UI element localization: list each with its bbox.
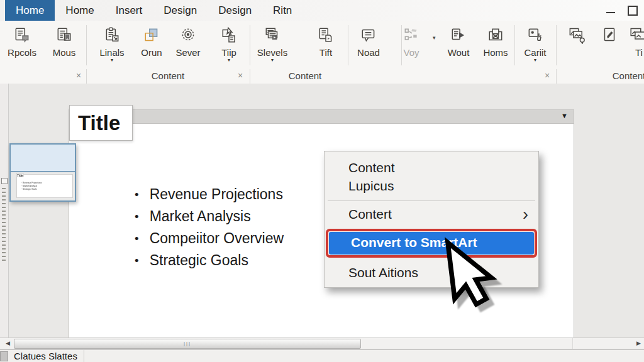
ribbon: Rpcols Mous Linals	[0, 21, 644, 84]
copy-page-icon	[308, 24, 344, 47]
group-separator	[514, 25, 515, 65]
ribbon-button-sever[interactable]: Sever	[171, 24, 205, 58]
group-label-content: Content	[264, 70, 346, 81]
ribbon-button-pictures[interactable]	[563, 24, 592, 47]
ribbon-button-slevels[interactable]: Slevels ▾	[253, 24, 292, 62]
ribbon-tab-bar: Home Home Insert Design Design Ritn	[0, 0, 644, 21]
minimize-button[interactable]	[606, 12, 615, 13]
ribbon-button-rpcols[interactable]: Rpcols	[4, 24, 40, 58]
tab-insert[interactable]: Insert	[105, 0, 153, 21]
tab-design-2[interactable]: Design	[208, 0, 262, 21]
clipboard-page-icon	[94, 24, 130, 47]
slide-header-band: ▼	[69, 110, 574, 124]
gear-icon	[171, 24, 205, 47]
tab-home-selected[interactable]: Home	[5, 0, 55, 21]
scroll-right-arrow-icon[interactable]: ▶	[636, 340, 641, 346]
menu-divider	[328, 200, 535, 201]
pictures-bulb-icon	[563, 24, 592, 47]
group-label-separator	[250, 69, 250, 84]
dropdown-caret-icon[interactable]: ▾	[433, 35, 436, 41]
group-label-separator	[556, 69, 557, 84]
document-arrow-icon	[440, 24, 477, 47]
ribbon-button-tift[interactable]: Tift	[308, 24, 344, 58]
slide-title-text: Title	[78, 111, 120, 135]
ribbon-button-noad[interactable]: Noad	[350, 24, 387, 58]
document-bookmark-icon	[46, 24, 82, 47]
status-divider	[84, 350, 84, 362]
context-menu: Content Lupicus Contert › Convert to Sma…	[324, 151, 539, 288]
ribbon-button-tiip[interactable]: Tiip ▾	[212, 24, 246, 62]
smartart-scatter-icon	[394, 24, 428, 47]
layered-docs-icon	[253, 24, 292, 47]
bullet-glyph: •	[135, 250, 139, 272]
slide-title-box[interactable]: Title	[69, 105, 133, 141]
dropdown-caret-icon[interactable]: ▼	[561, 112, 568, 119]
scroll-left-arrow-icon[interactable]: ◀	[6, 340, 10, 346]
group-separator	[348, 25, 348, 65]
bullet-item: • Revenue Projections	[135, 184, 284, 206]
menu-item-contert[interactable]: Contert ›	[325, 203, 538, 227]
status-label[interactable]: Clatues Slattes	[14, 351, 77, 361]
dropdown-caret-icon: ▾	[517, 58, 553, 62]
submenu-chevron-icon: ›	[523, 208, 528, 221]
frame-bowtie-icon	[477, 24, 514, 47]
edit-page-icon	[595, 24, 624, 47]
thumbnail-mini-bullets: · Revenue Projections · Market Analysis …	[21, 182, 42, 190]
ribbon-button-edit[interactable]	[595, 24, 624, 47]
bullet-glyph: •	[135, 184, 139, 206]
thumbnail-mini-slide: Title · Revenue Projections · Market Ana…	[16, 174, 73, 198]
document-comment-icon	[4, 24, 40, 47]
scrollbar-thumb[interactable]: |||	[14, 339, 361, 349]
comment-icon	[350, 24, 387, 47]
overlap-squares-icon	[135, 24, 169, 47]
rail-glyphs	[2, 188, 6, 263]
ribbon-button-orun[interactable]: Orun	[135, 24, 169, 58]
slide-bullet-list[interactable]: • Revenue Projections • Market Analysis …	[135, 184, 284, 272]
group-label-content: Content	[86, 70, 250, 81]
window-controls	[606, 0, 638, 21]
slide-thumbnail[interactable]: Title · Revenue Projections · Market Ana…	[9, 143, 76, 202]
annotation-highlight-box: Convert to SmartArt	[326, 229, 537, 258]
ribbon-button-mous[interactable]: Mous	[46, 24, 82, 58]
ribbon-button-ti[interactable]: Ti	[625, 24, 644, 58]
menu-item-content-lupicus[interactable]: Content Lupicus	[325, 151, 538, 196]
group-separator	[556, 25, 557, 65]
menu-item-sout-aitions[interactable]: Sout Aitions	[325, 260, 538, 283]
status-grip-icon	[0, 351, 8, 361]
ribbon-button-homs[interactable]: Homs	[477, 24, 514, 58]
group-label-content: Content	[579, 70, 644, 81]
picture-hand-icon	[517, 24, 553, 47]
group-close-icon[interactable]: ×	[238, 70, 243, 80]
bullet-item: • Market Analysis	[135, 206, 284, 228]
dropdown-caret-icon: ▾	[212, 58, 246, 62]
application-window: Home Home Insert Design Design Ritn	[0, 0, 644, 362]
menu-item-convert-to-smartart[interactable]: Convert to SmartArt	[329, 232, 534, 255]
ribbon-button-cariit[interactable]: Cariit ▾	[517, 24, 553, 62]
scrollbar-divider	[572, 338, 573, 349]
group-close-icon[interactable]: ×	[545, 70, 550, 80]
thumbnail-mini-title: Title	[16, 173, 24, 177]
maximize-button[interactable]	[628, 6, 638, 16]
status-bar: Clatues Slattes	[0, 349, 644, 362]
ribbon-button-voy[interactable]: Voy	[394, 24, 428, 58]
ribbon-button-linals[interactable]: Linals ▾	[94, 24, 130, 62]
bullet-item: • Strategic Goals	[135, 250, 284, 272]
group-separator	[86, 25, 87, 65]
cursor-page-icon	[212, 24, 246, 47]
dropdown-caret-icon: ▾	[94, 58, 130, 62]
tab-ritn[interactable]: Ritn	[262, 0, 303, 21]
tab-home[interactable]: Home	[55, 0, 104, 21]
bullet-glyph: •	[135, 228, 139, 250]
rail-glyph	[1, 178, 8, 184]
horizontal-scrollbar[interactable]: ◀ ||| ▶	[0, 337, 644, 349]
bullet-item: • Compeiitor Overview	[135, 228, 284, 250]
group-close-icon[interactable]: ×	[76, 70, 81, 80]
tab-design[interactable]: Design	[153, 0, 208, 21]
left-rail	[0, 84, 9, 349]
bullet-glyph: •	[135, 206, 139, 228]
ribbon-button-wout[interactable]: Wout	[440, 24, 477, 58]
dropdown-caret-icon: ▾	[253, 58, 292, 62]
picture-clipped-icon	[625, 24, 644, 47]
group-separator	[250, 25, 250, 65]
thumbnail-body-area: Title · Revenue Projections · Market Ana…	[11, 172, 75, 200]
